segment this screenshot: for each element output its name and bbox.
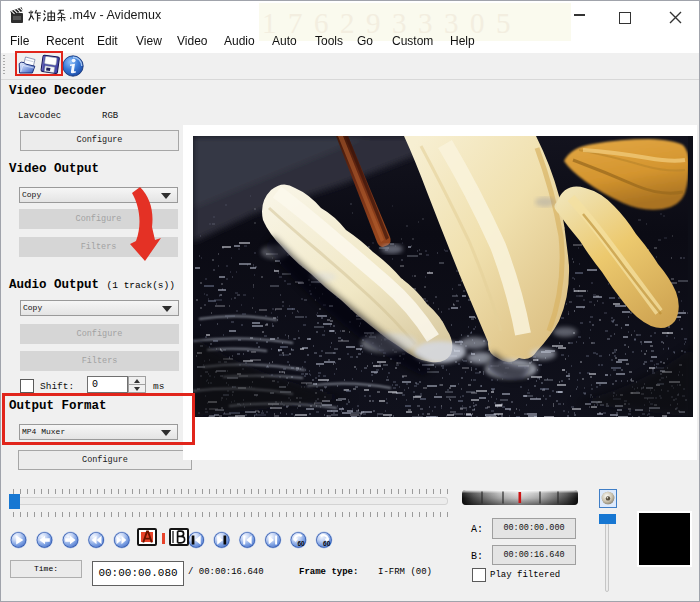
svg-text:60: 60 [323, 540, 331, 547]
svg-text:60: 60 [298, 540, 306, 547]
